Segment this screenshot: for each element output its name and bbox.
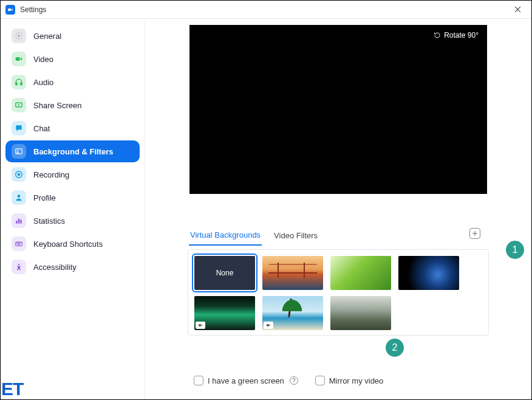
svg-rect-20 xyxy=(267,324,269,326)
sidebar-item-audio[interactable]: Audio xyxy=(5,71,140,93)
sidebar-item-video[interactable]: Video xyxy=(5,48,140,70)
svg-rect-2 xyxy=(16,57,20,61)
video-preview: Rotate 90° xyxy=(189,25,487,194)
add-background-button[interactable] xyxy=(469,228,480,239)
svg-point-18 xyxy=(18,264,19,265)
content: Rotate 90° Virtual Backgrounds Video Fil… xyxy=(145,19,531,399)
svg-rect-12 xyxy=(18,219,19,224)
share-icon xyxy=(12,98,26,112)
app-icon xyxy=(5,5,15,15)
sidebar-item-keyboard-shortcuts[interactable]: Keyboard Shortcuts xyxy=(5,233,140,255)
checkbox-row: I have a green screen ? Mirror my video xyxy=(194,376,507,385)
bg-thumb-earth[interactable] xyxy=(398,256,459,290)
video-icon xyxy=(12,52,26,66)
bg-thumb-beach[interactable] xyxy=(262,296,323,330)
sidebar-item-label: Profile xyxy=(33,193,56,202)
svg-point-15 xyxy=(17,243,18,244)
svg-point-9 xyxy=(18,173,21,176)
green-screen-checkbox[interactable]: I have a green screen ? xyxy=(194,376,298,385)
bg-thumb-bridge[interactable] xyxy=(262,256,323,290)
sidebar-item-label: Chat xyxy=(33,124,50,133)
help-icon[interactable]: ? xyxy=(290,376,298,385)
tab-virtual-backgrounds[interactable]: Virtual Backgrounds xyxy=(189,227,262,246)
bars-icon xyxy=(12,213,26,228)
sidebar-item-accessibility[interactable]: Accessibility xyxy=(5,256,140,278)
svg-point-16 xyxy=(18,243,19,244)
sidebar-item-label: Background & Filters xyxy=(33,147,113,156)
svg-rect-0 xyxy=(8,8,11,10)
rotate-icon xyxy=(434,32,441,39)
bg-thumb-none[interactable]: None xyxy=(194,256,255,290)
sidebar-item-recording[interactable]: Recording xyxy=(5,164,140,185)
bg-thumb-aurora[interactable] xyxy=(194,296,255,330)
sidebar-item-label: Accessibility xyxy=(33,263,77,272)
sidebar-item-statistics[interactable]: Statistics xyxy=(5,210,140,232)
gear-icon xyxy=(12,29,26,43)
sidebar-item-general[interactable]: General xyxy=(5,25,140,47)
svg-rect-11 xyxy=(16,221,17,224)
svg-point-17 xyxy=(19,243,20,244)
accessibility-icon xyxy=(12,260,26,274)
svg-point-10 xyxy=(18,195,21,198)
plus-icon xyxy=(471,230,479,237)
bg-thumb-mountain[interactable] xyxy=(330,296,391,330)
video-badge-icon xyxy=(264,322,273,329)
tab-video-filters[interactable]: Video Filters xyxy=(273,227,319,245)
svg-point-7 xyxy=(17,150,18,151)
tabs-row: Virtual Backgrounds Video Filters xyxy=(189,227,507,246)
keyboard-icon xyxy=(12,236,26,251)
person-card-icon xyxy=(12,144,26,159)
sidebar-item-chat[interactable]: Chat xyxy=(5,117,140,139)
sidebar-item-label: General xyxy=(33,32,61,41)
rotate-label: Rotate 90° xyxy=(444,31,479,40)
et-watermark: ET xyxy=(1,379,24,400)
mirror-video-label: Mirror my video xyxy=(329,376,384,385)
none-label: None xyxy=(216,269,234,277)
sidebar-item-profile[interactable]: Profile xyxy=(5,187,140,209)
green-screen-label: I have a green screen xyxy=(208,376,284,385)
person-icon xyxy=(12,190,26,205)
sidebar-item-label: Audio xyxy=(33,78,53,87)
video-badge-icon xyxy=(196,322,205,329)
sidebar-item-label: Share Screen xyxy=(33,101,82,110)
sidebar: GeneralVideoAudioShare ScreenChatBackgro… xyxy=(1,19,145,399)
rotate-button[interactable]: Rotate 90° xyxy=(429,29,483,42)
titlebar: Settings xyxy=(1,1,531,19)
mirror-video-checkbox[interactable]: Mirror my video xyxy=(315,376,384,385)
sidebar-item-label: Video xyxy=(33,55,53,64)
svg-point-1 xyxy=(18,35,20,37)
svg-rect-3 xyxy=(16,83,17,85)
chat-icon xyxy=(12,121,26,136)
checkbox-icon xyxy=(315,376,325,385)
record-icon xyxy=(12,167,26,182)
annotation-badge-1: 1 xyxy=(506,241,524,259)
main: GeneralVideoAudioShare ScreenChatBackgro… xyxy=(1,19,531,399)
annotation-badge-2: 2 xyxy=(386,339,404,357)
sidebar-item-background-filters[interactable]: Background & Filters xyxy=(5,140,140,162)
close-button[interactable] xyxy=(510,3,525,16)
svg-rect-13 xyxy=(20,219,21,223)
sidebar-item-label: Keyboard Shortcuts xyxy=(33,240,103,249)
close-icon xyxy=(514,5,522,13)
sidebar-item-share-screen[interactable]: Share Screen xyxy=(5,94,140,116)
bg-thumb-grass[interactable] xyxy=(330,256,391,290)
sidebar-item-label: Statistics xyxy=(33,216,65,226)
svg-rect-19 xyxy=(199,324,201,326)
window-title: Settings xyxy=(20,5,46,14)
background-grid: None xyxy=(188,249,489,336)
headphones-icon xyxy=(12,75,26,89)
checkbox-icon xyxy=(194,376,203,385)
sidebar-item-label: Recording xyxy=(33,170,69,179)
svg-rect-4 xyxy=(21,83,22,85)
svg-rect-14 xyxy=(16,242,22,246)
